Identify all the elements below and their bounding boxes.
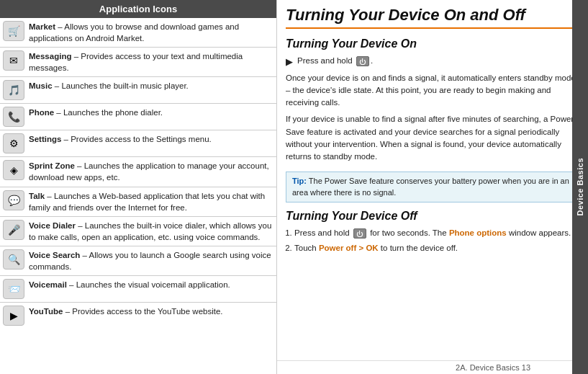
section1-body2: If your device is unable to find a signa… — [286, 113, 576, 163]
app-icon: ◈ — [3, 160, 24, 180]
right-panel: Turning Your Device On and Off Turning Y… — [277, 0, 588, 374]
app-text: Market – Allows you to browse and downlo… — [29, 21, 273, 44]
app-text: Voice Search – Allows you to launch a Go… — [29, 249, 273, 272]
app-text: Voice Dialer – Launches the built-in voi… — [29, 220, 273, 243]
app-text: YouTube – Provides access to the YouTube… — [29, 306, 223, 317]
step1-highlight: Phone options — [449, 228, 507, 237]
steps-list: Press and hold ⏻ for two seconds. The Ph… — [294, 227, 576, 258]
app-icon: 🎤 — [3, 220, 24, 240]
app-icon: 📨 — [3, 279, 24, 299]
app-row: ✉Messaging – Provides access to your tex… — [0, 48, 276, 77]
app-text: Music – Launches the built-in music play… — [29, 80, 189, 92]
step2-highlight: Power off > OK — [319, 244, 379, 252]
app-row: ◈Sprint Zone – Launches the application … — [0, 157, 276, 187]
app-text: Phone – Launches the phone dialer. — [29, 107, 163, 118]
app-rows-container: 🛒Market – Allows you to browse and downl… — [0, 18, 276, 329]
app-text: Sprint Zone – Launches the application t… — [29, 160, 273, 183]
app-row: 🛒Market – Allows you to browse and downl… — [0, 18, 276, 48]
app-row: ⚙Settings – Provides access to the Setti… — [0, 130, 276, 157]
app-icon: ▶ — [3, 306, 24, 326]
step2: Touch Power off > OK to turn the device … — [294, 242, 576, 254]
app-icon: 🎵 — [3, 80, 24, 100]
power-icon: ⏻ — [356, 56, 369, 66]
app-icon: ⚙ — [3, 133, 24, 153]
device-basics-label: Device Basics — [576, 158, 584, 216]
app-icon: 🛒 — [3, 21, 24, 41]
section1-bullet-text: Press and hold ⏻. — [297, 55, 373, 67]
step1: Press and hold ⏻ for two seconds. The Ph… — [294, 227, 576, 239]
bullet-arrow: ▶ — [286, 55, 293, 69]
left-panel: Application Icons 🛒Market – Allows you t… — [0, 0, 277, 374]
page-title: Turning Your Device On and Off — [286, 6, 576, 29]
app-icon: 🔍 — [3, 249, 24, 270]
app-icon: ✉ — [3, 50, 24, 71]
app-text: Settings – Provides access to the Settin… — [29, 133, 212, 145]
app-row: 🎵Music – Launches the built-in music pla… — [0, 77, 276, 104]
app-text: Voicemail – Launches the visual voicemai… — [29, 279, 230, 290]
section2-title: Turning Your Device Off — [286, 210, 576, 223]
app-icon: 📞 — [3, 107, 24, 127]
app-text: Messaging – Provides access to your text… — [29, 50, 273, 74]
tip-text: The Power Save feature conserves your ba… — [292, 177, 569, 196]
table-title: Application Icons — [0, 0, 276, 18]
power-icon-2: ⏻ — [353, 228, 366, 239]
device-basics-tab: Device Basics — [572, 0, 588, 374]
app-row: 💬Talk – Launches a Web-based application… — [0, 187, 276, 217]
app-row: 📨Voicemail – Launches the visual voicema… — [0, 276, 276, 303]
app-row: ▶YouTube – Provides access to the YouTub… — [0, 303, 276, 329]
app-icon: 💬 — [3, 190, 24, 210]
footer-bar: 2A. Device Basics 13 — [277, 360, 588, 374]
app-row: 📞Phone – Launches the phone dialer. — [0, 104, 276, 130]
app-row: 🎤Voice Dialer – Launches the built-in vo… — [0, 217, 276, 246]
app-row: 🔍Voice Search – Allows you to launch a G… — [0, 246, 276, 276]
section1-body1: Once your device is on and finds a signa… — [286, 72, 576, 110]
section1-title: Turning Your Device On — [286, 37, 576, 50]
app-text: Talk – Launches a Web-based application … — [29, 190, 273, 213]
tip-box: Tip: The Power Save feature conserves yo… — [286, 172, 576, 202]
section1-bullet: ▶ Press and hold ⏻. — [286, 55, 576, 69]
tip-label: Tip: — [292, 177, 307, 185]
